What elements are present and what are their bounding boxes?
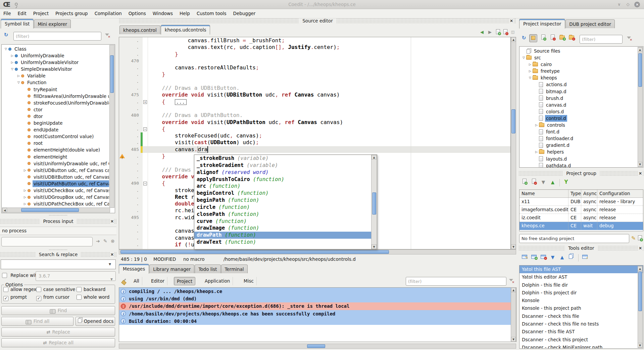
file-row[interactable]: actions.d [519, 81, 638, 88]
splitter-grip[interactable] [49, 215, 67, 216]
tool-item[interactable]: Dscanner - check this file no tests [519, 320, 643, 328]
fold-collapse-icon[interactable]: − [143, 182, 147, 185]
table-row[interactable]: iz.coeditCEasyncrelease [519, 214, 643, 222]
close-window-icon[interactable]: × [634, 2, 640, 7]
fold-column[interactable] [143, 214, 148, 221]
fold-column[interactable] [143, 71, 148, 78]
symbol-row[interactable]: ▷Variable [2, 72, 109, 79]
close-panel-icon[interactable]: × [638, 171, 643, 176]
menu-item[interactable]: Project [30, 9, 52, 18]
scroll-up-icon[interactable]: ▲ [511, 37, 516, 42]
close-panel-icon[interactable]: × [110, 252, 114, 257]
menu-item[interactable]: Help [176, 9, 193, 18]
symbol-tree-hscrollbar[interactable]: ◀ [2, 208, 110, 213]
completion-vscrollbar[interactable]: ▲ ▼ [371, 155, 377, 249]
new-document-icon[interactable]: + [495, 29, 501, 35]
tool-item[interactable]: Dolphin - this project dir [519, 289, 643, 297]
table-row[interactable]: kheops.ceCEwaitdebug [519, 222, 643, 230]
symbol-row[interactable]: ▷UniformlyDrawableVisitor [2, 59, 109, 66]
file-row[interactable]: ▽src [519, 54, 638, 61]
code-line[interactable]: . [119, 105, 510, 112]
tool-item[interactable]: Dolphin - this file dir [519, 281, 643, 289]
fold-column[interactable] [143, 112, 148, 119]
fold-column[interactable] [143, 235, 148, 241]
replace-button[interactable]: ⇄Replace [1, 328, 115, 337]
close-panel-icon[interactable]: × [110, 219, 114, 224]
checkbox[interactable] [3, 287, 8, 292]
file-row[interactable]: brush.d [519, 95, 638, 102]
symbol-row[interactable]: ▷visit(UDGroupBox udc, ref Canvas c [2, 194, 109, 200]
editor-tab[interactable]: kheops.control [119, 25, 160, 34]
fold-column[interactable] [143, 228, 148, 234]
completion-item[interactable]: applyBrushToCairo(function) [194, 176, 377, 183]
fold-column[interactable] [143, 160, 148, 166]
expanded-icon[interactable]: ▽ [522, 54, 526, 61]
add-tool-icon[interactable]: + [530, 253, 538, 261]
checkbox-checked[interactable]: ✓ [3, 296, 8, 301]
split-view-icon[interactable]: ◫ [509, 29, 516, 35]
message-row[interactable]: iBuild duration: 00:00:04 [119, 317, 516, 325]
code-line[interactable]: 475 override void visit(UDBitButton udc,… [119, 92, 510, 98]
right-tab-active[interactable]: Project inspector [519, 19, 565, 28]
expanded-icon[interactable]: ▽ [528, 74, 532, 81]
symbol-row[interactable]: dtor [2, 113, 109, 120]
search-combo-arrow-icon[interactable]: ▼ [109, 262, 111, 266]
menu-item[interactable]: Edit [14, 9, 30, 18]
file-row[interactable]: font.d [519, 128, 638, 135]
fold-column[interactable] [143, 200, 148, 207]
tool-item[interactable]: Yatol this file AST [519, 266, 643, 273]
files-vscrollbar[interactable]: ▲ ▼ [638, 47, 643, 167]
code-line[interactable]: 480 /// Draws a UDPathButton. [119, 112, 510, 119]
collapsed-icon[interactable]: ▷ [23, 200, 27, 207]
fold-column[interactable] [143, 153, 148, 160]
expanded-icon[interactable]: ▽ [4, 46, 8, 52]
scroll-up-icon[interactable]: ▲ [638, 47, 642, 52]
completion-item[interactable]: _strokeGradient(variable) [194, 162, 377, 169]
opened-docs-button[interactable]: Opened docs [76, 317, 115, 326]
collapsed-icon[interactable]: ▷ [534, 149, 539, 155]
menu-item[interactable]: Options [125, 9, 149, 18]
fold-column[interactable] [143, 194, 148, 200]
clear-filter-icon[interactable] [105, 33, 110, 38]
file-row[interactable]: layouts.d [519, 156, 638, 162]
code-text[interactable]: canvas.fillBrush = _brushFont; [148, 37, 510, 44]
code-text[interactable]: } [148, 71, 510, 78]
pen-input-icon[interactable]: ✎ [103, 238, 107, 244]
clear-messages-icon[interactable] [121, 279, 127, 284]
code-text[interactable]: strokeFocused(udc, canvas); [148, 132, 510, 139]
messages-tab[interactable]: Library manager [149, 265, 194, 273]
code-text[interactable]: canvas.dra [148, 146, 510, 153]
filter-project-button[interactable]: Project [174, 277, 195, 285]
fold-column[interactable] [143, 92, 148, 98]
file-row[interactable]: canvas.d [519, 102, 638, 108]
code-line[interactable]: . } [119, 71, 510, 78]
fold-expand-icon[interactable]: + [143, 100, 147, 104]
file-row[interactable]: ▽kheops [519, 74, 638, 81]
code-line[interactable]: 485 canvas.dra [119, 146, 510, 153]
symbol-row[interactable]: ▽Function [2, 79, 109, 86]
code-line[interactable]: . canvas.restoreAllDefaults; [119, 64, 510, 71]
nav-forward-icon[interactable]: ▶ [487, 29, 493, 35]
remove-project-icon[interactable]: - [530, 178, 538, 186]
completion-item[interactable]: closePath(function) [194, 211, 377, 218]
collapsed-icon[interactable]: ▷ [23, 187, 27, 194]
messages-tab[interactable]: Terminal [221, 265, 248, 273]
column-header[interactable]: Configuration [597, 190, 643, 197]
collapsed-icon[interactable]: ▷ [10, 59, 14, 66]
code-line[interactable]: . override void visit(UDPathButton udc, … [119, 119, 510, 126]
collapsed-icon[interactable]: ▷ [23, 167, 27, 174]
fold-column[interactable] [143, 44, 148, 51]
refresh-icon[interactable]: ↻ [520, 34, 528, 42]
table-row[interactable]: x11DUBasyncrelease - library [519, 198, 643, 206]
completion-item[interactable]: drawPath(function) [194, 232, 377, 239]
maximize-icon[interactable]: ◇ [625, 1, 631, 8]
code-text[interactable]: { [148, 126, 510, 132]
code-text[interactable] [148, 105, 510, 112]
expanded-icon[interactable]: ▽ [10, 66, 14, 72]
collapsed-icon[interactable]: ▷ [534, 122, 539, 128]
symbol-tree-vscrollbar[interactable] [109, 45, 114, 208]
fold-column[interactable] [143, 241, 148, 248]
completion-item[interactable]: beginControl(function) [194, 190, 377, 197]
remove-tool-icon[interactable]: - [539, 253, 547, 261]
move-tool-down-icon[interactable]: ▼ [549, 253, 557, 261]
